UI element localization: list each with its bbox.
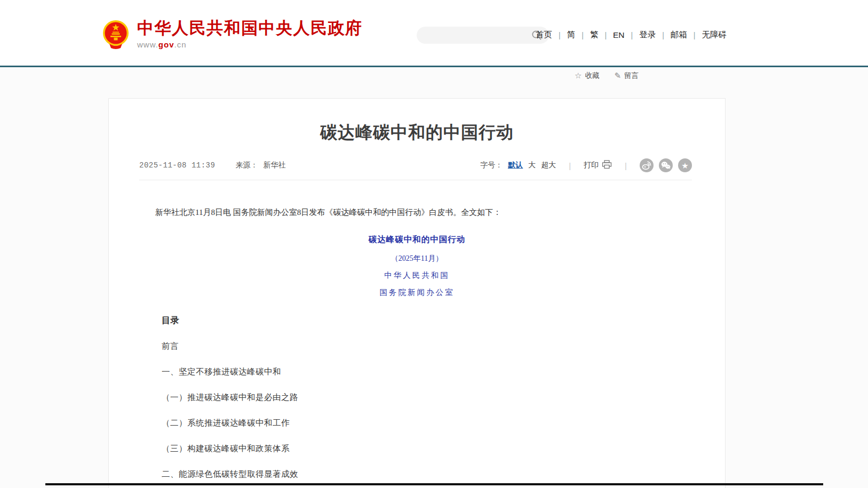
favorite-label: 收藏 [585, 71, 599, 81]
document-title: 碳达峰碳中和的中国行动 [109, 234, 725, 245]
meta-separator: | [625, 161, 627, 170]
nav-english[interactable]: EN [607, 30, 631, 40]
toc-item-1-2: （二）系统推进碳达峰碳中和工作 [162, 418, 725, 429]
wechat-icon[interactable] [659, 158, 673, 172]
font-size-label: 字号： [480, 161, 503, 170]
share-icons: ★ [640, 158, 692, 172]
article-meta-left: 2025-11-08 11:39 来源： 新华社 [139, 161, 285, 170]
source-value[interactable]: 新华社 [263, 161, 285, 170]
header-divider [0, 66, 868, 67]
printer-icon [602, 160, 612, 171]
article-title: 碳达峰碳中和的中国行动 [130, 121, 704, 145]
weibo-icon[interactable] [640, 158, 654, 172]
site-title: 中华人民共和国中央人民政府 [137, 19, 363, 37]
publish-date: 2025-11-08 11:39 [139, 161, 215, 170]
star-outline-icon: ☆ [575, 71, 582, 81]
share-star-icon[interactable]: ★ [678, 158, 692, 172]
article-meta-row: 2025-11-08 11:39 来源： 新华社 字号： 默认 大 超大 | 打… [139, 158, 692, 180]
font-size-xlarge-button[interactable]: 超大 [541, 161, 556, 170]
nav-accessibility[interactable]: 无障碍 [696, 29, 734, 41]
document-issuer-line-1: 中华人民共和国 [109, 270, 725, 281]
meta-separator: | [569, 161, 571, 170]
search-input[interactable] [417, 27, 531, 44]
top-nav: 首页| 简| 繁| EN| 登录| 邮箱| 无障碍 [529, 29, 733, 41]
site-header: 中华人民共和国中央人民政府 www.gov.cn 首页| 简| 繁| EN| 登… [0, 0, 868, 66]
brand-home-link[interactable]: 中华人民共和国中央人民政府 www.gov.cn [102, 19, 363, 49]
nav-mail[interactable]: 邮箱 [664, 29, 694, 41]
document-issuer-line-2: 国务院新闻办公室 [109, 287, 725, 298]
article-meta-right: 字号： 默认 大 超大 | 打印 | [480, 158, 692, 172]
toc-item-1-1: （一）推进碳达峰碳中和是必由之路 [162, 392, 725, 403]
site-url-www: www. [137, 40, 158, 49]
toc-item-2: 二、能源绿色低碳转型取得显著成效 [162, 469, 725, 480]
font-size-default-button[interactable]: 默认 [508, 161, 523, 170]
print-label: 打印 [584, 161, 599, 170]
toc-item-1-3: （三）构建碳达峰碳中和政策体系 [162, 443, 725, 454]
toc-item-preface: 前言 [162, 341, 725, 352]
toc-heading: 目录 [162, 315, 725, 326]
article-card: 碳达峰碳中和的中国行动 2025-11-08 11:39 来源： 新华社 字号：… [108, 98, 726, 488]
nav-traditional[interactable]: 繁 [584, 29, 605, 41]
national-emblem-logo [102, 19, 130, 49]
site-url-gov: gov [158, 40, 174, 49]
table-of-contents: 目录 前言 一、坚定不移推进碳达峰碳中和 （一）推进碳达峰碳中和是必由之路 （二… [162, 315, 725, 488]
nav-login[interactable]: 登录 [633, 29, 662, 41]
font-size-large-button[interactable]: 大 [528, 161, 536, 170]
page: 中华人民共和国中央人民政府 www.gov.cn 首页| 简| 繁| EN| 登… [0, 0, 868, 488]
message-label: 留言 [624, 71, 639, 81]
nav-simplified[interactable]: 简 [561, 29, 582, 41]
window-bottom-edge [45, 483, 823, 485]
site-url: www.gov.cn [137, 40, 363, 49]
toc-item-1: 一、坚定不移推进碳达峰碳中和 [162, 366, 725, 378]
message-link[interactable]: ✎ 留言 [614, 71, 639, 81]
favorite-link[interactable]: ☆ 收藏 [575, 71, 599, 81]
site-url-cn: .cn [174, 40, 187, 49]
quick-actions: ☆ 收藏 ✎ 留言 [575, 71, 639, 81]
brand-text: 中华人民共和国中央人民政府 www.gov.cn [137, 19, 363, 49]
article-intro: 新华社北京11月8日电 国务院新闻办公室8日发布《碳达峰碳中和的中国行动》白皮书… [139, 207, 693, 218]
source-label: 来源： [235, 161, 258, 170]
document-date-line: （2025年11月） [109, 254, 725, 263]
print-button[interactable]: 打印 [584, 160, 612, 171]
nav-home[interactable]: 首页 [529, 29, 559, 41]
pencil-icon: ✎ [614, 71, 621, 81]
